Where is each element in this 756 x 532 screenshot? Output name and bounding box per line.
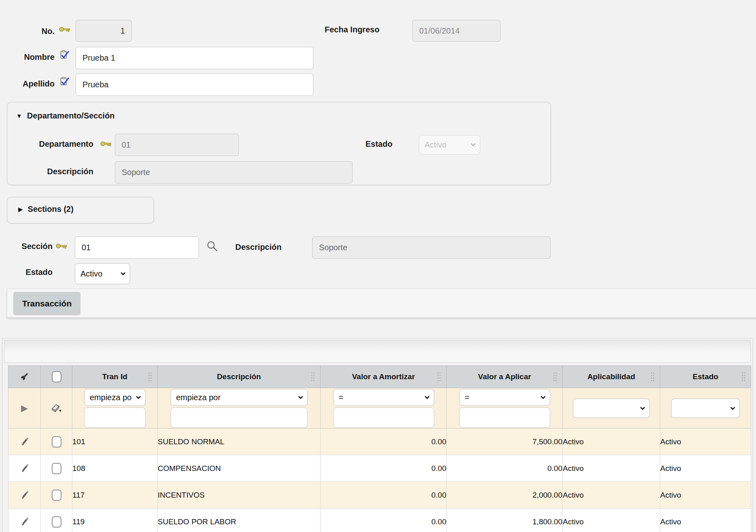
filter-row: ▶ bbox=[8, 388, 751, 429]
no-label: No. bbox=[16, 27, 55, 36]
cell-tran-id: 101 bbox=[72, 429, 158, 455]
row-checkbox[interactable] bbox=[52, 490, 61, 501]
transactions-table: Tran Id Descripción Valor a Amortizar bbox=[8, 365, 751, 532]
clipboard-check-icon bbox=[59, 49, 70, 60]
column-drag-handle-icon[interactable] bbox=[310, 372, 315, 382]
column-drag-handle-icon[interactable] bbox=[437, 372, 441, 382]
departamento-seccion-panel: ▼ Departamento/Sección Departamento Esta… bbox=[7, 102, 551, 185]
tab-transaccion[interactable]: Transacción bbox=[13, 292, 80, 315]
search-icon[interactable] bbox=[206, 240, 218, 254]
header-select-all bbox=[41, 366, 72, 388]
tab-bar: Transacción bbox=[7, 289, 756, 318]
seccion-estado-select[interactable]: Activo bbox=[75, 263, 130, 284]
collapse-open-triangle-icon: ▼ bbox=[16, 112, 22, 119]
transaction-grid-container: Tran Id Descripción Valor a Amortizar bbox=[2, 338, 753, 532]
departamento-panel-title: Departamento/Sección bbox=[27, 111, 115, 120]
clipboard-check-icon bbox=[59, 76, 70, 87]
cell-valor-a-amortizar: 0.00 bbox=[321, 482, 447, 509]
cell-valor-a-aplicar: 1,800.00 bbox=[447, 509, 563, 532]
edit-pencil-icon[interactable] bbox=[8, 482, 40, 508]
seccion-descripcion-field bbox=[312, 236, 551, 259]
cell-tran-id: 117 bbox=[72, 482, 158, 509]
header-valor-a-aplicar[interactable]: Valor a Aplicar bbox=[447, 366, 563, 388]
apellido-field[interactable] bbox=[76, 74, 313, 96]
filter-tran-id-operator[interactable]: empieza por bbox=[84, 389, 146, 406]
filter-aplicabilidad-select[interactable] bbox=[573, 399, 650, 418]
table-header-row: Tran Id Descripción Valor a Amortizar bbox=[8, 366, 751, 388]
cell-estado: Activo bbox=[660, 455, 751, 482]
cell-valor-a-aplicar: 0.00 bbox=[447, 455, 563, 482]
column-drag-handle-icon[interactable] bbox=[650, 372, 655, 382]
header-tran-id[interactable]: Tran Id bbox=[72, 366, 158, 388]
filter-aplicar-input[interactable] bbox=[459, 407, 550, 428]
row-checkbox[interactable] bbox=[52, 463, 61, 474]
sections-panel-title: Sections (2) bbox=[28, 205, 74, 214]
cell-aplicabilidad: Activo bbox=[563, 455, 660, 482]
filter-tran-id-input[interactable] bbox=[84, 407, 146, 428]
row-checkbox[interactable] bbox=[52, 436, 61, 448]
cell-valor-a-amortizar: 0.00 bbox=[321, 455, 447, 482]
seccion-field[interactable] bbox=[75, 236, 199, 259]
grid-toolbar bbox=[4, 340, 751, 363]
cell-estado: Activo bbox=[660, 429, 751, 455]
departamento-panel-header[interactable]: ▼ Departamento/Sección bbox=[16, 111, 115, 120]
filter-descripcion-input[interactable] bbox=[171, 407, 308, 428]
departamento-label: Departamento bbox=[17, 139, 93, 149]
cell-aplicabilidad: Activo bbox=[563, 482, 660, 509]
table-row[interactable]: 101 SUELDO NORMAL 0.00 7,500.00 Activo A… bbox=[8, 429, 751, 455]
table-row[interactable]: 108 COMPENSACION 0.00 0.00 Activo Activo bbox=[8, 455, 751, 482]
cell-descripcion: SUELDO NORMAL bbox=[158, 429, 321, 455]
seccion-descripcion-label: Descripción bbox=[235, 243, 281, 252]
cell-tran-id: 119 bbox=[72, 509, 158, 532]
select-all-checkbox[interactable] bbox=[52, 371, 61, 382]
cell-estado: Activo bbox=[660, 482, 751, 509]
wrench-icon[interactable] bbox=[8, 366, 40, 388]
cell-aplicabilidad: Activo bbox=[563, 429, 660, 455]
filter-aplicar-operator[interactable]: = bbox=[459, 389, 550, 406]
cell-tran-id: 108 bbox=[72, 455, 158, 482]
fecha-ingreso-field bbox=[412, 20, 500, 42]
header-descripcion[interactable]: Descripción bbox=[158, 366, 321, 388]
sections-panel[interactable]: ▶ Sections (2) bbox=[7, 197, 154, 224]
nombre-field[interactable] bbox=[76, 47, 313, 69]
column-drag-handle-icon[interactable] bbox=[741, 372, 746, 382]
panel-estado-select: Activo bbox=[419, 135, 480, 154]
apellido-label: Apellido bbox=[8, 79, 55, 89]
filter-amortizar-input[interactable] bbox=[333, 407, 434, 428]
collapse-closed-triangle-icon: ▶ bbox=[18, 206, 23, 213]
filter-estado-select[interactable] bbox=[671, 399, 740, 418]
filter-descripcion-operator[interactable]: empieza por bbox=[171, 389, 308, 406]
panel-estado-label: Estado bbox=[365, 139, 393, 149]
table-row[interactable]: 119 SUELDO POR LABOR 0.00 1,800.00 Activ… bbox=[8, 509, 751, 532]
key-icon bbox=[56, 243, 67, 249]
cell-descripcion: COMPENSACION bbox=[158, 455, 321, 482]
table-row[interactable]: 117 INCENTIVOS 0.00 2,000.00 Activo Acti… bbox=[8, 482, 751, 509]
fecha-ingreso-label: Fecha Ingreso bbox=[325, 25, 380, 34]
column-drag-handle-icon[interactable] bbox=[553, 372, 557, 382]
header-tools bbox=[8, 366, 41, 388]
seccion-estado-label: Estado bbox=[8, 268, 53, 277]
filter-amortizar-operator[interactable]: = bbox=[333, 389, 434, 406]
header-estado[interactable]: Estado bbox=[660, 366, 751, 388]
cell-valor-a-amortizar: 0.00 bbox=[321, 509, 447, 532]
cell-estado: Activo bbox=[660, 509, 751, 532]
edit-pencil-icon[interactable] bbox=[8, 429, 40, 455]
key-icon bbox=[59, 26, 70, 33]
row-checkbox[interactable] bbox=[52, 516, 61, 528]
edit-pencil-icon[interactable] bbox=[8, 455, 40, 481]
cell-valor-a-amortizar: 0.00 bbox=[321, 429, 447, 455]
column-drag-handle-icon[interactable] bbox=[148, 372, 152, 382]
header-valor-a-amortizar[interactable]: Valor a Amortizar bbox=[321, 366, 447, 388]
header-aplicabilidad[interactable]: Aplicabilidad bbox=[563, 366, 660, 388]
key-icon bbox=[100, 140, 112, 147]
cell-descripcion: INCENTIVOS bbox=[158, 482, 321, 509]
nombre-label: Nombre bbox=[8, 53, 55, 62]
apply-filter-icon[interactable]: ▶ bbox=[8, 388, 40, 428]
clear-filter-eraser-icon[interactable] bbox=[41, 388, 72, 428]
departamento-field bbox=[115, 134, 239, 156]
cell-valor-a-aplicar: 7,500.00 bbox=[447, 429, 563, 455]
cell-descripcion: SUELDO POR LABOR bbox=[158, 509, 321, 532]
cell-valor-a-aplicar: 2,000.00 bbox=[447, 482, 563, 509]
application-window: No. Fecha Ingreso Nombre Apellido ▼ Depa… bbox=[0, 0, 756, 532]
edit-pencil-icon[interactable] bbox=[8, 509, 40, 532]
